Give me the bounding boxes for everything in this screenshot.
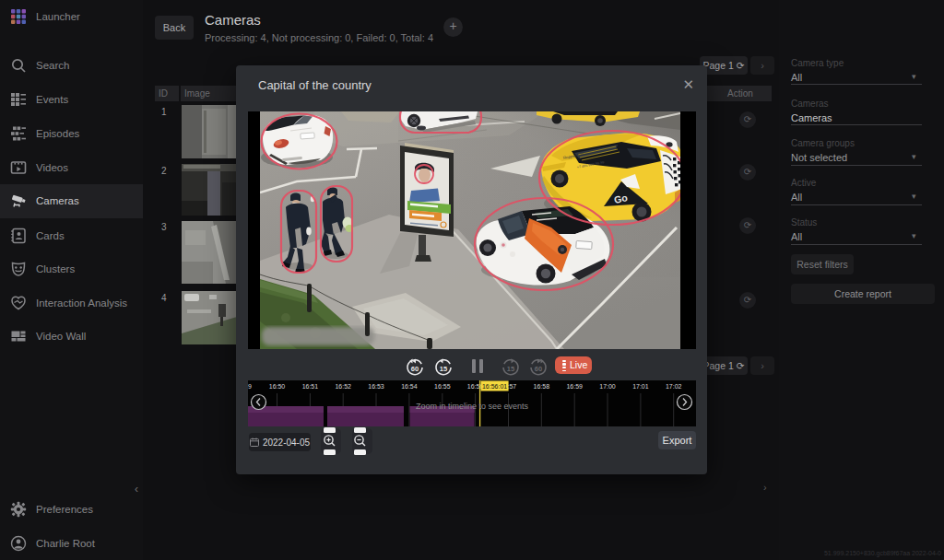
svg-text:9: 9 [248, 383, 252, 390]
svg-text:17:00: 17:00 [599, 383, 616, 390]
svg-text:16:53: 16:53 [368, 383, 384, 390]
svg-text:16:56:01: 16:56:01 [482, 383, 507, 390]
svg-text:16:58: 16:58 [534, 383, 550, 390]
svg-text:60: 60 [411, 365, 419, 373]
svg-text:16:59: 16:59 [566, 383, 583, 390]
svg-text:16:55: 16:55 [434, 383, 451, 390]
svg-text:16:54: 16:54 [401, 383, 418, 390]
svg-text:15: 15 [507, 365, 514, 373]
svg-text:17:02: 17:02 [666, 383, 682, 390]
svg-text:16:52: 16:52 [335, 383, 351, 390]
svg-text:60: 60 [535, 365, 542, 373]
svg-text:15: 15 [440, 365, 447, 373]
svg-text:16:50: 16:50 [269, 383, 286, 390]
svg-text:Zoom in timeline to see events: Zoom in timeline to see events [416, 402, 529, 411]
svg-text:16:51: 16:51 [302, 383, 319, 390]
svg-text:17:01: 17:01 [632, 383, 649, 390]
